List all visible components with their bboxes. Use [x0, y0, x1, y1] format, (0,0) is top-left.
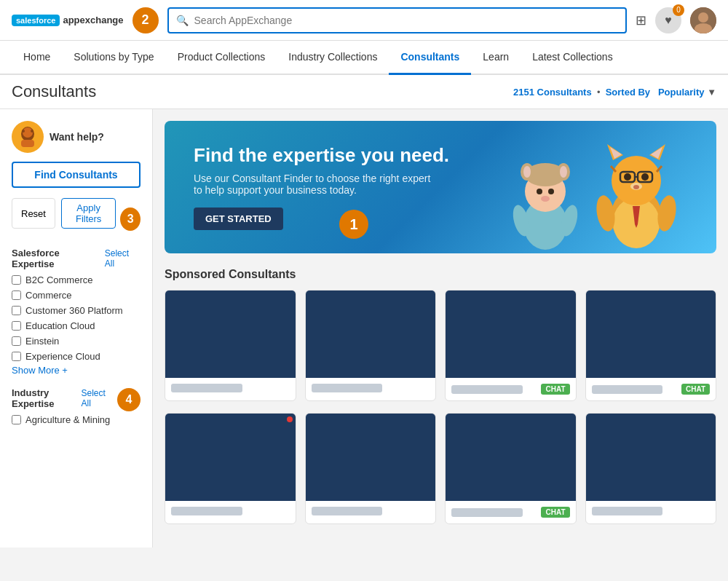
apply-filters-button[interactable]: Apply Filters: [61, 198, 116, 229]
svg-point-17: [548, 189, 554, 194]
card-1-name: [171, 384, 242, 392]
nav-solutions-by-type[interactable]: Solutions by Type: [62, 41, 165, 75]
card-8-name: [592, 507, 663, 515]
get-started-button[interactable]: GET STARTED: [194, 208, 283, 230]
help-text: Want help?: [50, 131, 104, 143]
hero-title: Find the expertise you need.: [194, 144, 449, 167]
card-4[interactable]: CHAT: [585, 290, 717, 401]
filter-customer-360[interactable]: Customer 360 Platform: [12, 303, 141, 318]
nav-latest-collections[interactable]: Latest Collections: [521, 41, 625, 75]
user-avatar[interactable]: [690, 7, 716, 33]
sidebar: Want help? Find Consultants Reset Apply …: [0, 109, 153, 548]
card-3-footer: CHAT: [446, 378, 576, 400]
hero-characters: [505, 130, 687, 253]
page-title: Consultants: [12, 82, 96, 101]
expertise-filter-list: B2C Commerce Commerce Customer 360 Platf…: [12, 272, 141, 364]
card-6-image: [306, 414, 436, 501]
svg-point-23: [612, 156, 661, 205]
sort-value[interactable]: Popularity: [658, 87, 705, 98]
nav-product-collections[interactable]: Product Collections: [166, 41, 277, 75]
svg-point-28: [624, 173, 631, 181]
header: salesforce appexchange 2 🔍 ⊞ ♥ 0: [0, 0, 728, 41]
search-input[interactable]: [194, 15, 618, 26]
filter-actions: Reset Apply Filters: [12, 198, 116, 229]
select-all-expertise[interactable]: Select All: [105, 248, 141, 269]
hero-content: Find the expertise you need. Use our Con…: [194, 144, 449, 230]
filter-einstein[interactable]: Einstein: [12, 333, 141, 349]
card-7-chat-badge: CHAT: [541, 507, 569, 518]
hero-subtitle: Use our Consultant Finder to choose the …: [194, 173, 441, 196]
card-7-name: [451, 508, 523, 517]
nav-industry-collections[interactable]: Industry Collections: [277, 41, 389, 75]
nav-consultants[interactable]: Consultants: [389, 41, 471, 75]
svg-point-29: [641, 173, 649, 181]
nav-learn[interactable]: Learn: [471, 41, 521, 75]
salesforce-logo: salesforce: [12, 15, 60, 26]
svg-point-7: [22, 130, 25, 133]
svg-point-1: [698, 12, 708, 23]
svg-rect-6: [21, 140, 34, 147]
card-3-image: [446, 290, 576, 378]
filter-commerce[interactable]: Commerce: [12, 288, 141, 303]
character-small: [505, 144, 585, 253]
industry-expertise-title: Industry Expertise Select All: [12, 387, 111, 409]
reset-button[interactable]: Reset: [12, 198, 55, 229]
step-badge-3: 3: [120, 208, 141, 231]
find-consultants-button[interactable]: Find Consultants: [12, 162, 141, 188]
card-5-footer: [165, 501, 296, 521]
card-6-footer: [306, 501, 436, 521]
card-8-image: [586, 414, 716, 501]
card-8-footer: [586, 501, 716, 521]
filter-education-cloud[interactable]: Education Cloud: [12, 318, 141, 333]
card-2-image: [306, 290, 436, 378]
card-5[interactable]: [165, 413, 296, 524]
card-1[interactable]: [165, 290, 296, 401]
hero-banner: Find the expertise you need. Use our Con…: [165, 121, 716, 253]
card-6-name: [312, 507, 383, 515]
help-box: Want help?: [12, 121, 141, 153]
search-bar[interactable]: 🔍: [167, 7, 627, 33]
card-4-chat-badge: CHAT: [681, 384, 710, 395]
svg-point-8: [31, 130, 33, 133]
card-8[interactable]: [585, 413, 717, 524]
sort-info: 2151 Consultants • Sorted By Popularity …: [513, 87, 716, 98]
grid-icon[interactable]: ⊞: [636, 12, 646, 28]
card-3-chat-badge: CHAT: [541, 384, 569, 395]
heart-badge-container[interactable]: ♥ 0: [655, 7, 681, 33]
main-layout: Want help? Find Consultants Reset Apply …: [0, 109, 728, 548]
card-4-name: [592, 385, 663, 394]
card-6[interactable]: [305, 413, 437, 524]
filter-experience-cloud[interactable]: Experience Cloud: [12, 349, 141, 364]
filter-b2c-commerce[interactable]: B2C Commerce: [12, 272, 141, 288]
search-icon: 🔍: [176, 15, 189, 26]
card-2-footer: [306, 378, 436, 398]
nav-home[interactable]: Home: [12, 41, 62, 75]
filter-agriculture-mining[interactable]: Agriculture & Mining: [12, 412, 141, 427]
svg-point-18: [541, 196, 550, 202]
content-area: Find the expertise you need. Use our Con…: [153, 109, 728, 548]
card-4-image: [586, 290, 716, 378]
svg-point-14: [523, 166, 531, 178]
card-1-image: [165, 290, 296, 378]
salesforce-expertise-section: Salesforce Expertise Select All: [12, 248, 141, 269]
industry-expertise-section: Industry Expertise Select All 4 Agricult…: [12, 387, 141, 427]
step-badge-2: 2: [132, 7, 159, 33]
main-nav: Home Solutions by Type Product Collectio…: [0, 41, 728, 75]
card-3[interactable]: CHAT: [445, 290, 577, 401]
heart-count: 0: [673, 4, 684, 16]
card-7[interactable]: CHAT: [445, 413, 577, 524]
card-4-footer: CHAT: [586, 378, 716, 400]
select-all-industry[interactable]: Select All: [81, 388, 111, 408]
show-more-expertise[interactable]: Show More +: [12, 365, 68, 376]
card-3-name: [451, 385, 523, 394]
svg-point-16: [537, 189, 542, 194]
step-badge-4: 4: [117, 388, 141, 411]
svg-point-15: [560, 166, 567, 178]
card-2-name: [312, 384, 383, 392]
sponsored-title: Sponsored Consultants: [165, 268, 716, 281]
header-right: ⊞ ♥ 0: [636, 7, 716, 33]
card-2[interactable]: [305, 290, 437, 401]
svg-point-5: [23, 127, 33, 138]
card-7-image: [446, 414, 576, 501]
sponsored-cards-row1: CHAT CHAT: [165, 290, 716, 401]
